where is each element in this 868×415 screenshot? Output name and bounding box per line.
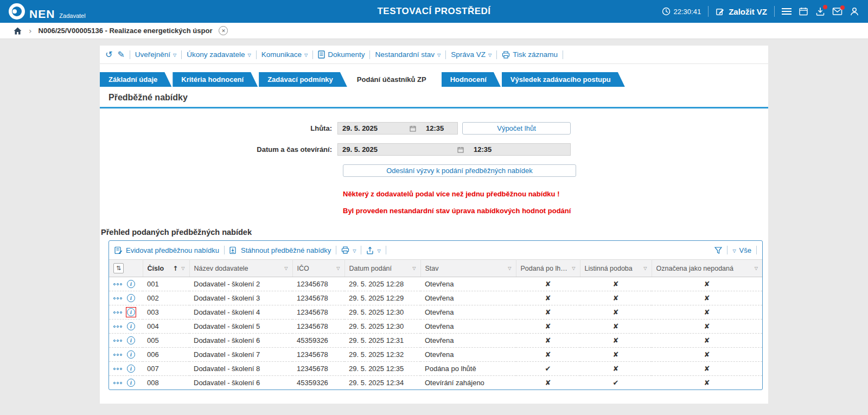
session-clock: 22:30:41 bbox=[662, 7, 701, 16]
row-menu-icon[interactable] bbox=[113, 340, 122, 342]
chevron-down-icon: ▽ bbox=[173, 52, 176, 58]
user-profile-icon[interactable] bbox=[850, 7, 859, 16]
menu-icon[interactable] bbox=[782, 8, 792, 15]
deadline-time-value[interactable]: 12:35 bbox=[419, 124, 457, 132]
edit-pencil-icon[interactable]: ✎ bbox=[117, 50, 124, 59]
filter-caret-icon[interactable]: ▽ bbox=[508, 266, 511, 271]
table-row[interactable]: i 003 Dodavatel - školení 4 12345678 29.… bbox=[109, 305, 762, 320]
document-download-icon bbox=[229, 246, 238, 254]
chevron-down-icon: ▽ bbox=[732, 247, 736, 253]
deadline-date-value[interactable]: 29. 5. 2025 bbox=[338, 124, 406, 132]
clock-icon bbox=[662, 7, 671, 16]
cell-nazev-dodavatele: Dodavatel - školení 6 bbox=[189, 376, 292, 390]
table-row[interactable]: i 006 Dodavatel - školení 7 12345678 29.… bbox=[109, 348, 762, 362]
table-row[interactable]: i 004 Dodavatel - školení 5 12345678 29.… bbox=[109, 320, 762, 334]
register-offer-button[interactable]: Evidovat předběžnou nabídku bbox=[114, 246, 219, 254]
tab-zakladni-udaje[interactable]: Základní údaje bbox=[100, 72, 171, 87]
filter-caret-icon[interactable]: ▽ bbox=[572, 266, 575, 271]
export-grid-button[interactable]: ▽ bbox=[366, 246, 380, 254]
column-header-listinna[interactable]: Listinná podoba▽ bbox=[580, 260, 652, 277]
cell-oznacena-nepodana: ✘ bbox=[652, 376, 762, 390]
row-info-icon[interactable]: i bbox=[127, 294, 135, 302]
cell-cislo: 003 bbox=[143, 305, 189, 320]
row-menu-icon[interactable] bbox=[113, 297, 122, 299]
column-header-stav[interactable]: Stav▽ bbox=[420, 260, 516, 277]
table-row[interactable]: i 002 Dodavatel - školení 3 12345678 29.… bbox=[109, 291, 762, 305]
row-menu-icon[interactable] bbox=[113, 368, 122, 370]
app-logo[interactable]: NEN Zadavatel bbox=[9, 3, 86, 20]
menu-tisk-zaznamu[interactable]: Tisk záznamu bbox=[502, 50, 558, 59]
cell-oznacena-nepodana: ✘ bbox=[652, 277, 762, 291]
breadcrumb: › N006/25/V00005136 - Realizace energeti… bbox=[0, 23, 868, 39]
column-header-nazev[interactable]: Název dodavatele▽ bbox=[189, 260, 292, 277]
filter-caret-icon[interactable]: ▽ bbox=[755, 266, 758, 271]
row-info-icon[interactable]: i bbox=[127, 308, 135, 316]
menu-ukony-zadavatele[interactable]: Úkony zadavatele ▽ bbox=[187, 50, 251, 59]
tab-kriteria-hodnoceni[interactable]: Kritéria hodnocení bbox=[173, 72, 258, 87]
column-settings-icon[interactable]: ⇅ bbox=[113, 263, 124, 273]
calendar-icon[interactable] bbox=[799, 7, 808, 16]
cell-cislo: 004 bbox=[143, 320, 189, 334]
calendar-picker-icon[interactable] bbox=[406, 125, 419, 132]
column-header-datum[interactable]: Datum podání▽ bbox=[344, 260, 420, 277]
row-info-icon[interactable]: i bbox=[127, 322, 135, 330]
column-header-cislo[interactable]: Číslo ↑ ▽ bbox=[143, 260, 189, 277]
downloads-icon[interactable] bbox=[815, 7, 825, 16]
menu-uverejneni[interactable]: Uveřejnění ▽ bbox=[135, 50, 176, 59]
filter-caret-icon[interactable]: ▽ bbox=[643, 266, 647, 271]
divider bbox=[708, 6, 709, 17]
row-menu-icon[interactable] bbox=[113, 311, 122, 314]
history-icon[interactable]: ↺ bbox=[105, 50, 112, 59]
table-row[interactable]: i 005 Dodavatel - školení 6 45359326 29.… bbox=[109, 334, 762, 348]
row-menu-icon[interactable] bbox=[113, 283, 122, 285]
print-grid-button[interactable]: ▽ bbox=[341, 246, 356, 254]
filter-caret-icon[interactable]: ▽ bbox=[284, 266, 288, 271]
menu-komunikace[interactable]: Komunikace ▽ bbox=[261, 50, 308, 59]
filter-funnel-icon[interactable] bbox=[714, 247, 722, 254]
filter-caret-icon[interactable]: ▽ bbox=[412, 266, 416, 271]
calc-deadlines-button[interactable]: Výpočet lhůt bbox=[462, 122, 571, 135]
row-info-icon[interactable]: i bbox=[127, 365, 135, 373]
tab-podani-ucastniku-zp[interactable]: Podání účastníků ZP bbox=[348, 72, 441, 87]
column-header-ico[interactable]: IČO▽ bbox=[292, 260, 344, 277]
row-info-icon[interactable]: i bbox=[127, 350, 135, 359]
cell-stav: Podána po lhůtě bbox=[420, 362, 516, 376]
filter-caret-icon[interactable]: ▽ bbox=[336, 266, 340, 271]
row-menu-icon[interactable] bbox=[113, 325, 122, 328]
row-info-icon[interactable]: i bbox=[127, 280, 135, 288]
row-info-icon[interactable]: i bbox=[127, 336, 135, 344]
divider bbox=[336, 246, 336, 254]
row-info-icon[interactable]: i bbox=[127, 379, 135, 387]
menu-sprava-vz[interactable]: Správa VZ ▽ bbox=[451, 50, 492, 59]
cell-datum-podani: 29. 5. 2025 12:30 bbox=[344, 305, 420, 320]
table-row[interactable]: i 001 Dodavatel - školení 2 12345678 29.… bbox=[109, 277, 762, 291]
send-invitation-button[interactable]: Odeslání výzvy k podání předběžných nabí… bbox=[343, 164, 576, 177]
column-header-po-lhute[interactable]: Podaná po lhůtě▽ bbox=[516, 260, 580, 277]
menu-nestandardni-stav[interactable]: Nestandardní stav ▽ bbox=[375, 50, 441, 59]
tab-zadavaci-podminky[interactable]: Zadávací podmínky bbox=[259, 72, 347, 87]
tab-hodnoceni[interactable]: Hodnocení bbox=[442, 72, 501, 87]
calendar-picker-icon[interactable] bbox=[454, 146, 467, 153]
table-row[interactable]: i 007 Dodavatel - školení 8 12345678 29.… bbox=[109, 362, 762, 376]
tab-vysledek-zadavaciho-postupu[interactable]: Výsledek zadávacího postupu bbox=[502, 72, 625, 87]
opening-date-value[interactable]: 29. 5. 2025 bbox=[338, 145, 454, 154]
deadline-form: Lhůta: 29. 5. 2025 12:35 Výpočet lhůt Da… bbox=[100, 108, 768, 215]
cell-ico: 12345678 bbox=[292, 305, 344, 320]
home-icon[interactable] bbox=[13, 27, 22, 35]
divider bbox=[361, 246, 361, 254]
filter-caret-icon[interactable]: ▽ bbox=[181, 266, 184, 271]
download-offers-button[interactable]: Stáhnout předběžné nabídky bbox=[229, 246, 331, 254]
column-header-nepodana[interactable]: Označena jako nepodaná▽ bbox=[652, 260, 762, 277]
table-row[interactable]: i 008 Dodavatel - školení 6 45359326 29.… bbox=[109, 376, 762, 390]
menu-dokumenty[interactable]: Dokumenty bbox=[318, 50, 365, 59]
clock-value: 22:30:41 bbox=[674, 8, 701, 16]
row-menu-icon[interactable] bbox=[113, 382, 122, 384]
row-menu-icon[interactable] bbox=[113, 354, 122, 356]
edit-square-icon bbox=[716, 7, 725, 16]
close-breadcrumb-icon[interactable]: ✕ bbox=[219, 26, 228, 35]
create-vz-button[interactable]: Založit VZ bbox=[716, 7, 767, 16]
opening-time-value[interactable]: 12:35 bbox=[467, 145, 570, 154]
breadcrumb-item[interactable]: N006/25/V00005136 - Realizace energetick… bbox=[39, 27, 213, 35]
filter-all-dropdown[interactable]: ▽ Vše bbox=[732, 246, 751, 254]
messages-icon[interactable] bbox=[832, 7, 843, 16]
